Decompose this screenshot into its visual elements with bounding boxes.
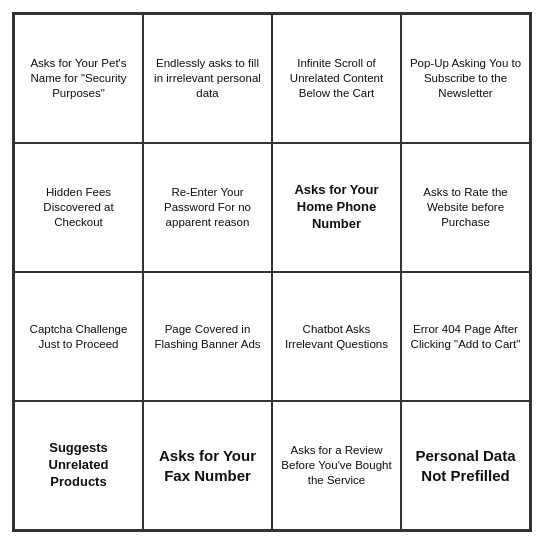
cell-8: Asks to Rate the Website before Purchase xyxy=(401,143,530,272)
cell-3: Infinite Scroll of Unrelated Content Bel… xyxy=(272,14,401,143)
cell-16: Personal Data Not Prefilled xyxy=(401,401,530,530)
bingo-container: Asks for Your Pet's Name for "Security P… xyxy=(12,12,532,532)
cell-13: Suggests Unrelated Products xyxy=(14,401,143,530)
cell-5: Hidden Fees Discovered at Checkout xyxy=(14,143,143,272)
cell-14: Asks for Your Fax Number xyxy=(143,401,272,530)
bingo-grid: Asks for Your Pet's Name for "Security P… xyxy=(12,12,532,532)
cell-1: Asks for Your Pet's Name for "Security P… xyxy=(14,14,143,143)
cell-9: Captcha Challenge Just to Proceed xyxy=(14,272,143,401)
cell-11: Chatbot Asks Irrelevant Questions xyxy=(272,272,401,401)
cell-10: Page Covered in Flashing Banner Ads xyxy=(143,272,272,401)
cell-4: Pop-Up Asking You to Subscribe to the Ne… xyxy=(401,14,530,143)
cell-15: Asks for a Review Before You've Bought t… xyxy=(272,401,401,530)
cell-12: Error 404 Page After Clicking "Add to Ca… xyxy=(401,272,530,401)
cell-7: Asks for Your Home Phone Number xyxy=(272,143,401,272)
cell-6: Re-Enter Your Password For no apparent r… xyxy=(143,143,272,272)
cell-2: Endlessly asks to fill in irrelevant per… xyxy=(143,14,272,143)
